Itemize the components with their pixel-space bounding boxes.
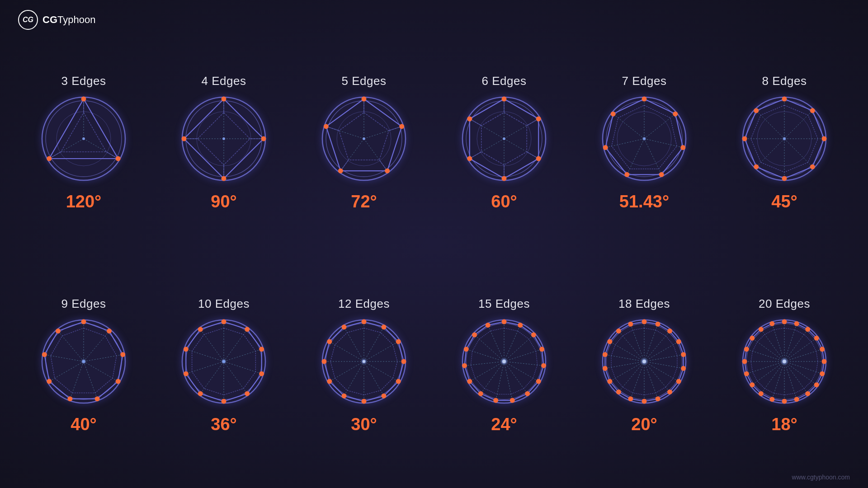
polygon-diagram-6 — [459, 94, 549, 186]
svg-point-320 — [794, 321, 799, 326]
svg-point-176 — [184, 347, 189, 352]
svg-point-13 — [116, 156, 121, 161]
svg-point-274 — [656, 322, 660, 327]
svg-point-241 — [478, 391, 483, 396]
polygon-title-20: 20 Edges — [759, 297, 810, 311]
svg-point-120 — [822, 136, 827, 141]
svg-point-287 — [603, 352, 608, 357]
svg-point-34 — [222, 137, 225, 140]
svg-point-273 — [642, 319, 647, 324]
polygon-diagram-7 — [599, 94, 689, 186]
svg-point-169 — [245, 327, 250, 332]
svg-point-119 — [810, 108, 815, 113]
svg-point-51 — [362, 97, 367, 102]
svg-point-76 — [536, 117, 541, 122]
svg-point-118 — [782, 97, 787, 102]
svg-point-338 — [769, 321, 774, 326]
svg-point-281 — [656, 396, 660, 401]
svg-point-198 — [382, 324, 387, 329]
polygon-diagram-8 — [739, 94, 830, 186]
svg-point-147 — [67, 396, 72, 401]
svg-point-208 — [342, 324, 347, 329]
svg-point-244 — [464, 347, 469, 352]
svg-point-337 — [759, 327, 764, 332]
svg-point-150 — [56, 328, 61, 333]
svg-point-149 — [42, 352, 47, 357]
svg-point-324 — [822, 359, 827, 364]
svg-point-99 — [624, 172, 629, 177]
svg-point-331 — [759, 391, 764, 396]
polygon-cell-15: 15 Edges24° — [434, 257, 574, 475]
svg-point-341 — [783, 360, 786, 363]
svg-point-238 — [525, 391, 530, 396]
polygon-angle-10: 36° — [211, 415, 236, 434]
polygon-title-4: 4 Edges — [202, 74, 246, 88]
svg-point-177 — [198, 327, 203, 332]
svg-point-168 — [222, 319, 226, 324]
svg-point-179 — [222, 360, 226, 363]
polygon-diagram-15 — [459, 316, 549, 408]
svg-point-81 — [503, 137, 505, 140]
polygon-angle-18: 20° — [631, 415, 657, 434]
svg-point-232 — [502, 319, 507, 324]
svg-point-53 — [385, 169, 390, 174]
svg-point-78 — [502, 176, 507, 181]
polygon-cell-9: 9 Edges40° — [14, 257, 154, 475]
polygon-diagram-20 — [739, 316, 830, 408]
svg-point-174 — [198, 391, 203, 396]
svg-point-100 — [603, 145, 608, 150]
svg-point-243 — [462, 363, 467, 368]
svg-point-77 — [536, 156, 541, 161]
svg-point-275 — [667, 328, 672, 333]
svg-point-79 — [467, 156, 472, 161]
svg-point-122 — [782, 176, 787, 181]
svg-point-152 — [82, 360, 85, 363]
svg-point-233 — [518, 323, 523, 328]
svg-point-282 — [642, 399, 647, 404]
polygon-title-12: 12 Edges — [338, 297, 390, 311]
polygon-cell-6: 6 Edges60° — [434, 34, 574, 252]
svg-point-144 — [120, 352, 125, 357]
svg-point-206 — [322, 359, 327, 364]
polygon-cell-10: 10 Edges36° — [154, 257, 294, 475]
svg-point-145 — [116, 379, 121, 384]
svg-point-98 — [659, 172, 664, 177]
svg-point-30 — [222, 97, 226, 102]
svg-point-336 — [750, 336, 755, 341]
svg-point-211 — [363, 360, 365, 363]
svg-point-75 — [502, 97, 507, 102]
svg-point-146 — [95, 396, 100, 401]
polygon-cell-18: 18 Edges20° — [574, 257, 714, 475]
svg-point-335 — [744, 347, 749, 352]
logo-text: CGTyphoon — [42, 14, 95, 26]
polygon-diagram-5 — [319, 94, 409, 186]
polygon-angle-9: 40° — [71, 415, 96, 434]
svg-point-204 — [342, 393, 347, 398]
svg-point-326 — [814, 382, 819, 387]
polygon-diagram-12 — [319, 316, 409, 408]
svg-point-101 — [611, 112, 616, 117]
svg-point-286 — [603, 366, 608, 371]
svg-point-319 — [782, 319, 787, 324]
svg-point-290 — [628, 322, 633, 327]
polygon-title-8: 8 Edges — [762, 74, 807, 88]
polygon-diagram-9 — [38, 316, 129, 408]
svg-point-32 — [222, 176, 226, 181]
svg-point-240 — [493, 398, 498, 403]
svg-point-148 — [47, 379, 52, 384]
polygon-diagram-3 — [38, 94, 129, 186]
polygon-angle-20: 18° — [771, 415, 797, 434]
svg-point-171 — [259, 371, 264, 376]
svg-point-80 — [467, 117, 472, 122]
svg-point-332 — [750, 382, 755, 387]
svg-point-12 — [81, 97, 86, 102]
svg-point-330 — [769, 397, 774, 402]
polygon-title-7: 7 Edges — [622, 74, 667, 88]
svg-point-322 — [814, 336, 819, 341]
polygon-cell-20: 20 Edges18° — [714, 257, 854, 475]
svg-point-125 — [754, 108, 759, 113]
polygon-grid: 3 Edges120°4 Edges90°5 Edges72°6 Edges60… — [0, 34, 868, 474]
svg-point-207 — [327, 339, 332, 344]
svg-point-96 — [673, 112, 678, 117]
svg-point-15 — [82, 137, 85, 140]
